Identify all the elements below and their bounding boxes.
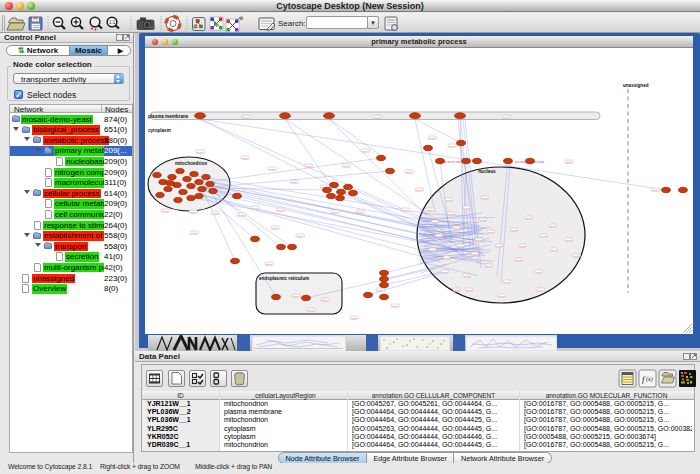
svg-text:xx-xx: xx-xx xyxy=(446,199,452,202)
svg-text:xx-xx: xx-xx xyxy=(520,245,526,248)
svg-text:unassigned: unassigned xyxy=(623,83,649,88)
svg-text:xx-xx: xx-xx xyxy=(402,209,408,212)
svg-text:xx-xx: xx-xx xyxy=(392,305,398,308)
svg-text:(x): (x) xyxy=(646,376,653,383)
svg-text:xx-xx: xx-xx xyxy=(480,219,486,222)
svg-text:xx-xx: xx-xx xyxy=(190,211,196,214)
svg-text:xx-xx: xx-xx xyxy=(566,161,572,164)
svg-text:xx-xx: xx-xx xyxy=(432,221,438,224)
svg-text:xx-xx: xx-xx xyxy=(357,211,363,214)
svg-text:xx-xx: xx-xx xyxy=(377,289,383,292)
svg-text:xx-xx: xx-xx xyxy=(551,249,557,252)
svg-text:xx-xx: xx-xx xyxy=(308,309,314,312)
svg-text:xx-xx: xx-xx xyxy=(406,171,412,174)
svg-text:xx-xx: xx-xx xyxy=(511,229,517,232)
svg-text:xx-xx: xx-xx xyxy=(322,299,328,302)
svg-text:xx-xx: xx-xx xyxy=(238,214,244,217)
svg-text:plasma membrane: plasma membrane xyxy=(148,114,189,119)
svg-text:xx-xx: xx-xx xyxy=(476,239,482,242)
svg-text:xx-xx: xx-xx xyxy=(496,245,502,248)
svg-text:xx-xx: xx-xx xyxy=(472,253,478,256)
svg-text:xx-xx: xx-xx xyxy=(305,165,311,168)
svg-text:xx-xx: xx-xx xyxy=(574,255,580,258)
svg-text:xx-xx: xx-xx xyxy=(464,275,470,278)
svg-text:xx-xx: xx-xx xyxy=(362,150,368,153)
svg-text:xx-xxx xx xxxx: xx-xxx xx xxxx xyxy=(444,161,461,164)
svg-text:xx-xx: xx-xx xyxy=(464,207,470,210)
svg-text:xx-xx: xx-xx xyxy=(427,209,433,212)
svg-text:1:1: 1:1 xyxy=(109,20,116,25)
svg-text:xx-xx: xx-xx xyxy=(293,295,299,298)
svg-text:xx-xx: xx-xx xyxy=(343,165,349,168)
svg-text:xx-xx: xx-xx xyxy=(449,145,455,148)
svg-text:xx-xx: xx-xx xyxy=(291,181,297,184)
svg-text:xx-xx: xx-xx xyxy=(516,259,522,262)
svg-text:xx-xx: xx-xx xyxy=(332,211,338,214)
svg-text:xx-xx: xx-xx xyxy=(297,235,303,238)
svg-text:xx-xx: xx-xx xyxy=(454,227,460,230)
svg-text:xx-xx: xx-xx xyxy=(191,232,197,235)
svg-text:xx-xx: xx-xx xyxy=(448,213,454,216)
svg-text:xx-xx: xx-xx xyxy=(536,271,542,274)
svg-text:xx-xx: xx-xx xyxy=(454,289,460,292)
svg-text:xx-xx: xx-xx xyxy=(277,209,283,212)
svg-text:xx-xx: xx-xx xyxy=(269,168,275,171)
svg-text:xx-xx: xx-xx xyxy=(499,295,505,298)
svg-text:xx-xx: xx-xx xyxy=(526,217,532,220)
svg-text:xx-xx: xx-xx xyxy=(272,227,278,230)
svg-text:xx-xx: xx-xx xyxy=(458,245,464,248)
svg-text:endoplasmic reticulum: endoplasmic reticulum xyxy=(259,276,309,281)
svg-text:xx-xx: xx-xx xyxy=(212,212,218,215)
svg-text:xx-xx: xx-xx xyxy=(429,137,435,140)
svg-text:xx-xx: xx-xx xyxy=(444,257,450,260)
svg-text:xx-xx: xx-xx xyxy=(541,235,547,238)
svg-text:cytoplasm: cytoplasm xyxy=(148,128,171,133)
svg-text:nucleus: nucleus xyxy=(478,169,496,174)
svg-text:xx-xx: xx-xx xyxy=(486,265,492,268)
svg-text:xx-xx: xx-xx xyxy=(488,231,494,234)
svg-text:xx-xx: xx-xx xyxy=(436,235,442,238)
svg-text:xx-xx: xx-xx xyxy=(482,197,488,200)
svg-text:xx-xx: xx-xx xyxy=(197,151,203,154)
svg-text:xx-xx: xx-xx xyxy=(430,249,436,252)
svg-text:xx-xx: xx-xx xyxy=(162,210,168,213)
svg-text:xx-xx: xx-xx xyxy=(652,189,658,192)
svg-text:xx-xx: xx-xx xyxy=(266,263,272,266)
svg-text:xx-xx: xx-xx xyxy=(351,317,357,320)
svg-text:xx-xx: xx-xx xyxy=(374,116,380,119)
svg-text:xx-xx: xx-xx xyxy=(416,189,422,192)
svg-text:xx-xx: xx-xx xyxy=(243,116,249,119)
svg-text:xx-xx: xx-xx xyxy=(537,289,543,292)
svg-text:mitochondrion: mitochondrion xyxy=(175,161,207,166)
svg-text:xx-xx: xx-xx xyxy=(466,289,472,292)
svg-text:xx-xx: xx-xx xyxy=(503,116,509,119)
svg-text:xx-xx: xx-xx xyxy=(504,281,510,284)
svg-text:xx-xx: xx-xx xyxy=(252,207,258,210)
svg-text:xx-xx: xx-xx xyxy=(242,157,248,160)
svg-text:xx-xx: xx-xx xyxy=(566,239,572,242)
svg-text:xx-xx: xx-xx xyxy=(550,225,556,228)
svg-text:xx-xx: xx-xx xyxy=(442,271,448,274)
